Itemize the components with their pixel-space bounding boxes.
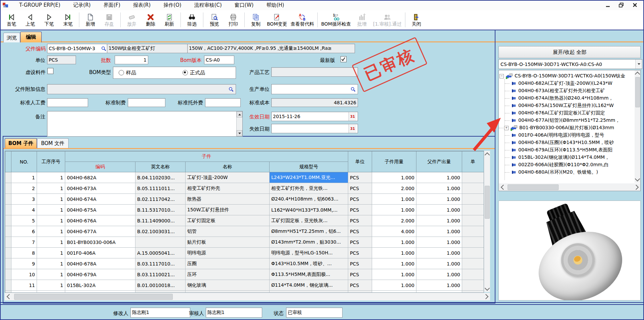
header-name[interactable]: 名称: [186, 162, 270, 172]
cell-no[interactable]: 2: [11, 183, 37, 194]
tree-item[interactable]: 004H0-674A(散热器)(Ø240.4*H108mm，: [499, 95, 634, 102]
row-selector[interactable]: [5, 205, 11, 215]
cell-parent-qty[interactable]: 1.000: [416, 215, 462, 226]
table-vscrollbar[interactable]: [484, 151, 490, 292]
tree-item[interactable]: 001F0-406A(明纬电源)(明纬电源，型号: [499, 132, 634, 139]
std-make-input[interactable]: [128, 98, 165, 107]
tree-item[interactable]: 004H0-679A(压环)(Φ113.5*H5MM,表面阳: [499, 146, 634, 154]
radio-sample-circle[interactable]: [119, 70, 124, 75]
cell-parent-qty[interactable]: 1.000: [416, 269, 462, 280]
latest-version-checkbox[interactable]: [340, 56, 347, 62]
row-selector[interactable]: [5, 183, 11, 194]
header-parent-qty[interactable]: 父件产出量: [416, 151, 462, 172]
cell-unit[interactable]: PCS: [348, 248, 372, 258]
prod-unit-input[interactable]: [271, 84, 358, 94]
tree-item[interactable]: 004H0-680A(吊环)(M20、铁镀铬。): [499, 169, 634, 176]
last-record-button[interactable]: 末笔: [58, 12, 77, 28]
tree-item[interactable]: 004H0-678A(压圈)(Φ143*H10.5MM，喷砂: [499, 139, 634, 146]
batch-input[interactable]: 1: [115, 56, 148, 64]
header-no[interactable]: NO.: [11, 151, 37, 172]
header-qty[interactable]: 子件用量: [372, 151, 416, 172]
scrollbar-thumb[interactable]: [14, 294, 173, 300]
cell-qty[interactable]: 2.000: [372, 215, 416, 226]
tree-collapse-toggle[interactable]: −: [499, 74, 504, 78]
cell-name[interactable]: 散热器: [186, 194, 270, 205]
scroll-down-icon[interactable]: [237, 130, 242, 136]
tree-item[interactable]: 004H0-673A(相变工矿灯外壳)(相变工矿: [499, 87, 634, 95]
cell-seq[interactable]: 1: [37, 194, 65, 205]
expand-collapse-all-button[interactable]: 展开/收起 全部: [498, 46, 641, 58]
batch-add-button[interactable]: 批增: [353, 12, 371, 28]
cell-seq[interactable]: 1: [37, 258, 65, 269]
cell-no[interactable]: 6: [11, 226, 37, 237]
prev-record-button[interactable]: 上笔: [21, 12, 40, 28]
cell-spec[interactable]: 工矿灯固定板，亚光铁灰...: [270, 215, 348, 226]
cell-name[interactable]: 150W工矿灯悬挂件: [186, 205, 270, 215]
menu-interface[interactable]: 界面(F): [97, 0, 127, 10]
view-substitute-button[interactable]: AB 查看替代料: [289, 12, 316, 28]
cell-no[interactable]: 3: [11, 194, 37, 205]
cell-name[interactable]: 钢化玻璃: [186, 280, 270, 291]
cell-en-name[interactable]: B.03.1110021...: [135, 269, 186, 280]
cell-code[interactable]: 004H0-682A: [65, 172, 135, 183]
scrollbar-thumb[interactable]: [635, 77, 640, 107]
cell-en-name[interactable]: B.11.5317010...: [135, 205, 186, 215]
cell-qty[interactable]: 2.000: [372, 183, 416, 194]
cell-en-name[interactable]: B.03.1117010...: [135, 258, 186, 269]
cell-spec[interactable]: Φ143*H10.5MM，喷砂、...: [270, 258, 348, 269]
scroll-left-icon[interactable]: [499, 183, 506, 191]
tree-item[interactable]: 004H0-682A(工矿灯-顶盖-200W)(L243*W: [499, 80, 634, 87]
radio-formal[interactable]: 正式品: [183, 70, 205, 76]
cell-extra[interactable]: [462, 269, 484, 280]
effective-date-input[interactable]: 2015-11-26 31: [271, 112, 358, 121]
cell-parent-qty[interactable]: 1.000: [416, 194, 462, 205]
row-selector[interactable]: [5, 194, 11, 205]
cell-parent-qty[interactable]: 1.000: [416, 280, 462, 291]
cell-en-name[interactable]: [135, 237, 186, 248]
menu-flow-audit[interactable]: 流程审核(C): [188, 0, 228, 10]
cell-no[interactable]: 1: [11, 172, 37, 183]
cell-parent-qty[interactable]: 1.000: [416, 172, 462, 183]
cell-no[interactable]: 7: [11, 237, 37, 248]
cell-spec[interactable]: Φ113.5*H5MM,表面阳极...: [270, 269, 348, 280]
tab-bom-files[interactable]: BOM 文件: [37, 138, 69, 148]
cell-seq[interactable]: 1: [37, 237, 65, 248]
next-record-button[interactable]: 下笔: [40, 12, 58, 28]
parent-code-input[interactable]: CS-BYB-O-150MW-3: [47, 44, 109, 53]
restore-button[interactable]: [618, 2, 625, 8]
menu-operate[interactable]: 操作(O): [157, 0, 188, 10]
first-record-button[interactable]: 首笔: [2, 12, 21, 28]
header-en-name[interactable]: 英文名称: [135, 162, 186, 172]
tree-root-item[interactable]: −CS-BYB-O-150MW-30D71-WCTKG-A0(150W钛金: [499, 72, 634, 80]
cell-en-name[interactable]: A.15.0005041...: [135, 248, 186, 258]
tab-edit[interactable]: 编辑: [20, 32, 42, 42]
bom-change-button[interactable]: BOM变更: [265, 12, 289, 28]
cell-no[interactable]: 10: [11, 269, 37, 280]
cell-unit[interactable]: PCS: [348, 172, 372, 183]
tree-item[interactable]: 015BL-302A(钢化玻璃)(Ø114*T4.0MM，: [499, 154, 634, 161]
cell-extra[interactable]: [462, 172, 484, 183]
cell-extra[interactable]: [462, 226, 484, 237]
scroll-down-icon[interactable]: [635, 177, 640, 182]
cell-extra[interactable]: [462, 215, 484, 226]
header-spec[interactable]: 规格型号: [270, 162, 348, 172]
cell-name[interactable]: 工矿灯-顶盖-200W: [186, 172, 270, 183]
cell-name[interactable]: 铝管: [186, 226, 270, 237]
cell-spec[interactable]: 明纬电源，型号HLG-150H...: [270, 248, 348, 258]
audit-pass-button[interactable]: [1.审核].通过: [371, 12, 403, 28]
table-hscrollbar[interactable]: [5, 293, 490, 300]
cell-qty[interactable]: 1.000: [372, 172, 416, 183]
menu-help[interactable]: 帮助(H): [260, 0, 290, 10]
cell-no[interactable]: 8: [11, 248, 37, 258]
cell-en-name[interactable]: B.11.1409000...: [135, 215, 186, 226]
cell-seq[interactable]: 1: [37, 269, 65, 280]
scroll-left-icon[interactable]: [5, 293, 11, 300]
scroll-right-icon[interactable]: [483, 293, 489, 300]
save-button[interactable]: 存盘: [100, 12, 119, 28]
cell-code[interactable]: 004H0-675A: [65, 205, 135, 215]
cell-qty[interactable]: 1.000: [372, 280, 416, 291]
cell-no[interactable]: 11: [11, 280, 37, 291]
tree-item[interactable]: 002Z0-606A(硅胶圈)(Φ110*Φ2.0mm,白: [499, 161, 634, 169]
cell-no[interactable]: 5: [11, 215, 37, 226]
cell-code[interactable]: B01-BYB00330-006A: [65, 237, 135, 248]
